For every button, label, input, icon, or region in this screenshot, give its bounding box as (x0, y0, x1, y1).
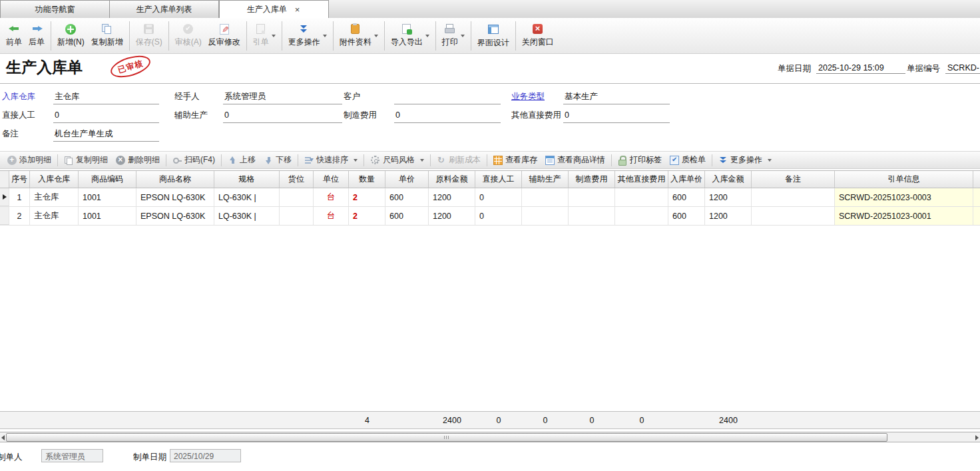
warehouse-field[interactable]: 主仓库 (53, 90, 159, 104)
cell-remark[interactable] (752, 188, 835, 206)
detail-button-11[interactable]: 查看商品详情 (541, 153, 609, 167)
grid-header-ref_info[interactable]: 引单信息 (835, 171, 973, 188)
biz-type-field[interactable]: 基本生产 (563, 90, 670, 104)
cell-seq[interactable]: 2 (9, 207, 30, 225)
biz-type-label-link[interactable]: 业务类型 (511, 90, 545, 103)
cell-extra[interactable] (973, 207, 980, 225)
detail-button-13[interactable]: 质检单 (666, 153, 710, 167)
cell-manufacturing_cost[interactable] (569, 188, 615, 206)
toolbar-button-3[interactable]: 新增(N) (54, 23, 88, 49)
table-row[interactable]: 2主仓库1001EPSON LQ-630KLQ-630K |台260012000… (0, 207, 980, 226)
grid-header-aux_production[interactable]: 辅助生产 (522, 171, 569, 188)
cell-location[interactable] (280, 188, 314, 206)
cell-seq[interactable]: 1 (9, 188, 30, 206)
cell-ref_info[interactable]: SCRWD-20251023-0003 (835, 188, 973, 206)
mfg-cost-field[interactable]: 0 (394, 108, 501, 123)
detail-button-2[interactable]: 复制明细 (60, 153, 112, 167)
scroll-left-arrow-icon[interactable] (1, 435, 5, 440)
toolbar-button-8[interactable]: 引单 (250, 22, 279, 49)
cell-material_amount[interactable]: 1200 (429, 188, 475, 206)
cell-remark[interactable] (752, 207, 835, 225)
cell-code[interactable]: 1001 (79, 188, 136, 206)
grid-header-direct_labor[interactable]: 直接人工 (475, 171, 522, 188)
grid-header-price[interactable]: 单价 (385, 171, 429, 188)
toolbar-button-5[interactable]: 保存(S) (132, 22, 166, 49)
toolbar-button-10[interactable]: 附件资料 (336, 22, 381, 49)
doc-no-value[interactable]: SCRKD- (945, 63, 980, 74)
detail-button-6[interactable]: 下移 (260, 153, 296, 167)
cell-in_price[interactable]: 600 (668, 207, 705, 225)
cell-location[interactable] (280, 207, 314, 225)
cell-direct_labor[interactable]: 0 (475, 207, 522, 225)
table-row[interactable]: 1主仓库1001EPSON LQ-630KLQ-630K |台260012000… (0, 188, 980, 207)
toolbar-button-1[interactable]: 前单 (3, 22, 25, 49)
cell-extra[interactable] (973, 188, 980, 206)
make-date-input[interactable]: 2025/10/29 (170, 449, 241, 462)
grid-header-warehouse[interactable]: 入库仓库 (30, 171, 79, 188)
cell-in_amount[interactable]: 1200 (705, 188, 752, 206)
cell-aux_production[interactable] (522, 207, 569, 225)
cell-other_direct_cost[interactable] (615, 207, 668, 225)
grid-header-manufacturing_cost[interactable]: 制造费用 (569, 171, 615, 188)
detail-button-10[interactable]: 查看库存 (489, 153, 541, 167)
maker-input[interactable]: 系统管理员 (41, 449, 103, 462)
detail-button-5[interactable]: 上移 (224, 153, 260, 167)
grid-header-qty[interactable]: 数量 (349, 171, 385, 188)
toolbar-button-4[interactable]: 复制新增 (88, 22, 126, 49)
toolbar-button-7[interactable]: 反审修改 (205, 23, 244, 49)
cell-warehouse[interactable]: 主仓库 (30, 207, 79, 225)
tab-2[interactable]: 生产入库单列表 (110, 0, 219, 18)
cell-aux_production[interactable] (522, 188, 569, 206)
cell-direct_labor[interactable]: 0 (475, 188, 522, 206)
grid-header-name[interactable]: 商品名称 (136, 171, 214, 188)
detail-button-1[interactable]: 添加明细 (3, 153, 55, 167)
cell-in_price[interactable]: 600 (668, 188, 705, 206)
grid-header-unit[interactable]: 单位 (314, 171, 349, 188)
grid-header-in_price[interactable]: 入库单价 (668, 171, 705, 188)
toolbar-button-12[interactable]: 打印 (439, 22, 468, 49)
cell-spec[interactable]: LQ-630K | (214, 188, 280, 206)
doc-date-value[interactable]: 2025-10-29 15:09 (816, 63, 905, 74)
toolbar-button-2[interactable]: 后单 (25, 22, 48, 49)
toolbar-button-13[interactable]: 界面设计 (474, 22, 513, 50)
horizontal-scrollbar[interactable] (0, 432, 980, 442)
detail-button-7[interactable]: 快速排序 (300, 153, 362, 167)
detail-button-12[interactable]: 打印标签 (614, 153, 666, 167)
handler-field[interactable]: 系统管理员 (223, 90, 342, 104)
cell-material_amount[interactable]: 1200 (429, 207, 475, 225)
cell-warehouse[interactable]: 主仓库 (30, 188, 79, 206)
cell-other_direct_cost[interactable] (615, 188, 668, 206)
cell-unit[interactable]: 台 (314, 188, 349, 206)
toolbar-button-14[interactable]: 关闭窗口 (519, 22, 557, 49)
scroll-right-arrow-icon[interactable] (975, 435, 979, 440)
cell-name[interactable]: EPSON LQ-630K (136, 188, 214, 206)
scrollbar-thumb[interactable] (6, 433, 887, 442)
grid-header-location[interactable]: 货位 (280, 171, 314, 188)
cell-unit[interactable]: 台 (314, 207, 349, 225)
cell-code[interactable]: 1001 (79, 207, 136, 225)
toolbar-button-9[interactable]: 更多操作 (285, 22, 330, 49)
detail-button-14[interactable]: 更多操作 (714, 153, 776, 167)
remark-field[interactable]: 机台生产单生成 (53, 127, 159, 142)
grid-header-extra[interactable] (973, 171, 980, 188)
tab-close-icon[interactable]: × (294, 5, 302, 15)
cell-price[interactable]: 600 (385, 207, 429, 225)
warehouse-label-link[interactable]: 入库仓库 (2, 90, 35, 103)
direct-labor-field[interactable]: 0 (53, 108, 159, 123)
cell-qty[interactable]: 2 (349, 188, 385, 206)
toolbar-button-6[interactable]: 审核(A) (172, 22, 205, 49)
cell-in_amount[interactable]: 1200 (705, 207, 752, 225)
detail-button-3[interactable]: 删除明细 (112, 153, 164, 167)
detail-button-8[interactable]: 尺码风格 (366, 153, 428, 167)
tab-1[interactable]: 功能导航窗 (0, 0, 110, 18)
other-cost-field[interactable]: 0 (563, 108, 670, 123)
cell-name[interactable]: EPSON LQ-630K (136, 207, 214, 225)
customer-field[interactable] (394, 90, 501, 104)
grid-header-in_amount[interactable]: 入库金额 (705, 171, 752, 188)
cell-spec[interactable]: LQ-630K | (214, 207, 280, 225)
grid-header-material_amount[interactable]: 原料金额 (429, 171, 475, 188)
grid-header-spec[interactable]: 规格 (214, 171, 280, 188)
aux-prod-field[interactable]: 0 (223, 108, 342, 123)
grid-header-seq[interactable]: 序号 (9, 171, 30, 188)
detail-button-9[interactable]: 刷新成本 (433, 153, 485, 167)
